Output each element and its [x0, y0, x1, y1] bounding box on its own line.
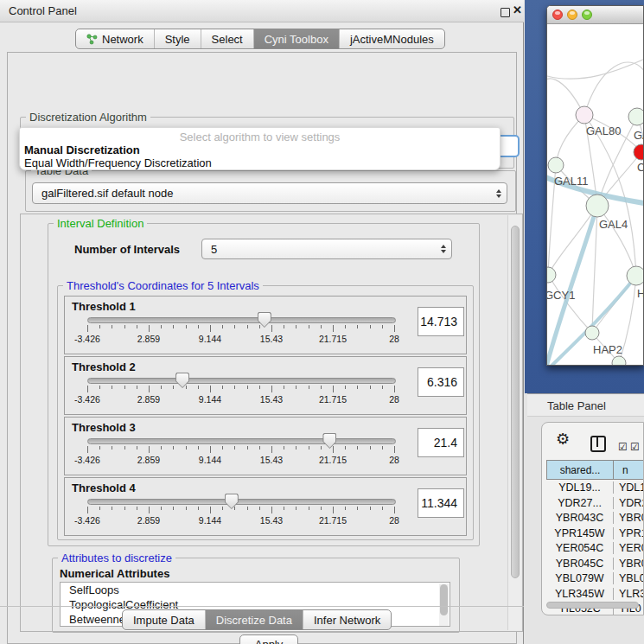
table-row[interactable]: YDR27...YDR2	[546, 497, 644, 513]
network-canvas[interactable]: GAL80GACGAL11GAL4GCY1HHAP2	[547, 24, 644, 366]
threshold-3-value-field[interactable]: 21.4	[418, 428, 464, 457]
threshold-1-value-field[interactable]: 14.713	[418, 307, 464, 336]
cell-shared-name[interactable]: YDL19...	[546, 481, 614, 494]
vertical-scrollbar[interactable]	[507, 215, 521, 630]
gear-icon[interactable]: ⚙	[556, 431, 570, 447]
threshold-label: Threshold 2	[72, 360, 136, 373]
column-header-shared-name[interactable]: shared...	[546, 460, 614, 480]
tab-cyni-toolbox[interactable]: Cyni Toolbox	[253, 29, 339, 48]
checkbox-icon[interactable]: ☑	[618, 441, 628, 453]
network-edge[interactable]	[584, 62, 644, 115]
threshold-slider-track[interactable]	[87, 438, 396, 444]
network-node[interactable]	[585, 326, 599, 340]
network-node[interactable]	[628, 108, 644, 125]
tab-discretize-data[interactable]: Discretize Data	[205, 610, 303, 629]
horizontal-scrollbar-thumb[interactable]	[546, 602, 639, 609]
control-panel: Control Panel ✕ Network Style Select Cyn…	[0, 0, 524, 644]
tab-impute-data[interactable]: Impute Data	[123, 610, 205, 629]
dropdown-option-equal-width[interactable]: Equal Width/Frequency Discretization	[24, 156, 212, 169]
vertical-scrollbar-thumb[interactable]	[511, 226, 520, 578]
cell-name[interactable]: YBR0	[619, 558, 644, 570]
group-title: Discretization Algorithm	[26, 111, 150, 124]
slider-ticks	[65, 507, 466, 514]
network-window-titlebar[interactable]	[547, 6, 644, 24]
slider-ticks	[65, 386, 466, 393]
tab-jactivemnodules[interactable]: jActiveMNodules	[339, 29, 444, 48]
network-node[interactable]	[634, 144, 644, 160]
network-edge[interactable]	[597, 206, 636, 276]
mac-minimize-icon[interactable]	[567, 10, 577, 20]
cell-name[interactable]: YBR0	[619, 512, 644, 524]
cell-name[interactable]: YER0	[619, 542, 644, 554]
table-row[interactable]: YDL19...YDL1	[546, 481, 644, 497]
node-label: GAL4	[599, 218, 628, 231]
threshold-slider-track[interactable]	[87, 317, 396, 323]
table-row[interactable]: YBL079WYBL0	[546, 572, 644, 588]
network-view-window[interactable]: GAL80GACGAL11GAL4GCY1HHAP2	[546, 5, 644, 366]
cell-name[interactable]: YLR3	[619, 588, 644, 600]
cell-shared-name[interactable]: YBL079W	[546, 572, 614, 584]
tab-style[interactable]: Style	[154, 29, 201, 48]
cell-shared-name[interactable]: YBR045C	[546, 558, 614, 570]
spinner-arrows-icon[interactable]	[441, 245, 446, 253]
close-icon[interactable]: ✕	[513, 3, 522, 16]
network-node[interactable]	[612, 356, 626, 366]
threshold-1-panel: Threshold 1-3.4262.8599.14415.4321.71528…	[64, 296, 467, 354]
float-window-icon[interactable]	[501, 8, 510, 17]
group-title: Threshold's Coordinates for 5 Intervals	[63, 279, 263, 292]
network-node[interactable]	[547, 267, 556, 283]
node-label: C	[637, 161, 644, 174]
cell-shared-name[interactable]: YPR145W	[546, 527, 614, 539]
cell-name[interactable]: YDR2	[619, 497, 644, 509]
cell-shared-name[interactable]: YER054C	[546, 542, 614, 554]
table-data-combobox[interactable]: galFiltered.sif default node	[32, 182, 507, 204]
cell-shared-name[interactable]: YDR27...	[546, 497, 614, 509]
divider	[0, 606, 524, 607]
threshold-2-value-field[interactable]: 6.316	[418, 367, 464, 397]
split-columns-icon[interactable]	[590, 436, 606, 452]
cell-shared-name[interactable]: YBR043C	[546, 512, 614, 524]
number-of-intervals-value: 5	[211, 243, 217, 256]
mac-zoom-icon[interactable]	[582, 10, 592, 20]
checkbox-icon[interactable]: ☑	[630, 441, 640, 453]
threshold-label: Threshold 4	[72, 481, 136, 494]
slider-ticks	[65, 325, 466, 333]
threshold-slider-track[interactable]	[87, 499, 396, 505]
dropdown-option-manual[interactable]: Manual Discretization	[24, 143, 140, 156]
cell-name[interactable]: YBL0	[619, 572, 644, 584]
node-label: H	[637, 287, 644, 300]
network-node[interactable]	[576, 106, 593, 124]
attribute-item[interactable]: SelfLoops	[61, 583, 450, 597]
cell-shared-name[interactable]: YLR345W	[546, 588, 614, 600]
tab-infer-network[interactable]: Infer Network	[303, 610, 391, 629]
attributes-scrollbar-thumb[interactable]	[440, 584, 448, 615]
cell-name[interactable]: YDL1	[619, 481, 644, 494]
tab-select[interactable]: Select	[201, 29, 253, 48]
network-node[interactable]	[627, 266, 644, 285]
table-row[interactable]: YBR045CYBR0	[546, 558, 644, 573]
combo-spinner-icon[interactable]	[496, 189, 501, 198]
right-region: GAL80GACGAL11GAL4GCY1HHAP2 Table Panel ⚙…	[525, 0, 644, 644]
slider-ticks	[65, 446, 466, 454]
tab-network[interactable]: Network	[76, 29, 154, 48]
threshold-slider-track[interactable]	[87, 378, 396, 384]
table-row[interactable]: YBR043CYBR0	[546, 512, 644, 527]
column-header-name[interactable]: n	[613, 460, 644, 480]
table-row[interactable]: YPR145WYPR1	[546, 527, 644, 543]
network-node[interactable]	[586, 194, 609, 217]
attributes-scrollbar[interactable]	[439, 583, 449, 626]
thresholds-group: Threshold's Coordinates for 5 Intervals …	[57, 285, 474, 540]
number-of-intervals-label: Number of Intervals	[74, 243, 180, 256]
threshold-label: Threshold 3	[72, 421, 136, 434]
horizontal-scrollbar[interactable]	[545, 601, 642, 609]
apply-button[interactable]: Apply	[239, 634, 298, 644]
number-of-intervals-spinner[interactable]: 5	[201, 239, 452, 259]
threshold-4-value-field[interactable]: 11.344	[418, 488, 464, 518]
tab-network-label: Network	[102, 33, 143, 46]
network-node[interactable]	[548, 157, 564, 173]
threshold-label: Threshold 1	[72, 300, 136, 313]
network-edge[interactable]	[548, 206, 597, 275]
table-row[interactable]: YER054CYER0	[546, 542, 644, 558]
cell-name[interactable]: YPR1	[619, 527, 644, 539]
mac-close-icon[interactable]	[552, 10, 563, 20]
